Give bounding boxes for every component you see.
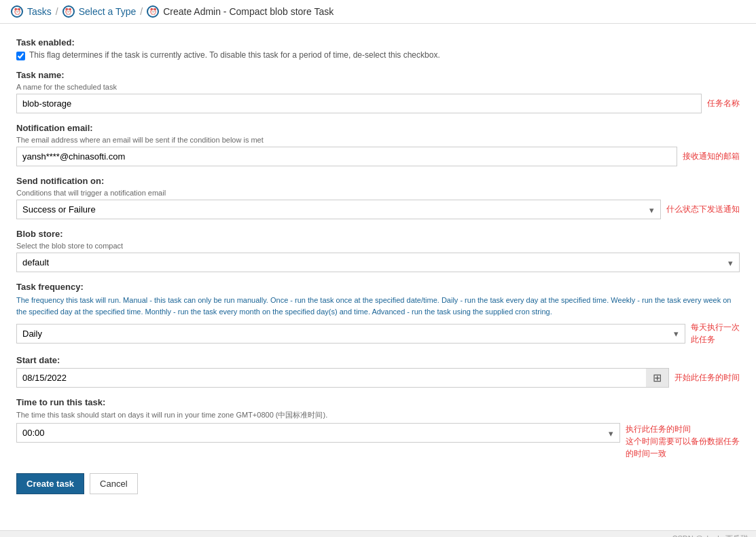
cancel-button[interactable]: Cancel xyxy=(90,473,137,494)
send-notification-label: Send notification on: xyxy=(16,176,740,186)
time-to-run-section: Time to run this task: The time this tas… xyxy=(16,397,740,460)
task-frequency-annotation: 每天执行一次 此任务 xyxy=(691,321,740,346)
time-to-run-select[interactable]: 00:00 01:00 02:00 03:00 04:00 05:00 xyxy=(16,423,620,443)
task-name-input[interactable] xyxy=(16,94,702,113)
notification-email-annotation: 接收通知的邮箱 xyxy=(683,151,740,162)
send-notification-annotation: 什么状态下发送通知 xyxy=(666,204,740,215)
separator-2: / xyxy=(140,6,143,17)
send-notification-section: Send notification on: Conditions that wi… xyxy=(16,176,740,219)
time-to-run-label: Time to run this task: xyxy=(16,397,740,407)
task-name-hint: A name for the scheduled task xyxy=(16,83,740,91)
calendar-icon[interactable]: ⊞ xyxy=(646,368,669,388)
footer-brand: CSDN @shark_西瓜甜 xyxy=(0,530,756,537)
task-name-label: Task name: xyxy=(16,70,740,80)
task-frequency-section: Task frequency: The frequency this task … xyxy=(16,282,740,346)
blob-store-select[interactable]: default xyxy=(16,253,740,272)
task-frequency-desc: The frequency this task will run. Manual… xyxy=(16,295,740,317)
task-frequency-label: Task frequency: xyxy=(16,282,740,292)
task-frequency-select[interactable]: Manual Once Daily Weekly Monthly Advance… xyxy=(16,324,685,344)
task-enabled-label: Task enabled: xyxy=(16,37,740,48)
breadcrumb: ⏰ Tasks / ⏰ Select a Type / ⏰ Create Adm… xyxy=(0,0,756,24)
notification-email-input[interactable] xyxy=(16,147,677,166)
task-enabled-row: This flag determines if the task is curr… xyxy=(16,50,740,60)
send-notification-hint: Conditions that will trigger a notificat… xyxy=(16,189,740,197)
clock-icon: ⏰ xyxy=(11,5,23,18)
task-name-annotation: 任务名称 xyxy=(707,98,740,109)
task-enabled-checkbox[interactable] xyxy=(16,52,25,60)
time-to-run-annotation: 执行此任务的时间 这个时间需要可以备份数据任务 的时间一致 xyxy=(626,423,740,460)
notification-email-section: Notification email: The email address wh… xyxy=(16,123,740,166)
clock-icon-3: ⏰ xyxy=(147,5,159,18)
start-date-input[interactable] xyxy=(16,368,669,388)
send-notification-select[interactable]: Success or Failure Failure Success xyxy=(16,200,661,219)
blob-store-hint: Select the blob store to compact xyxy=(16,242,740,250)
time-to-run-annotation-line2: 这个时间需要可以备份数据任务 xyxy=(626,435,740,447)
start-date-annotation: 开始此任务的时间 xyxy=(674,372,740,384)
time-to-run-annotation-line1: 执行此任务的时间 xyxy=(626,423,740,435)
task-enabled-hint: This flag determines if the task is curr… xyxy=(29,50,440,60)
main-form: Task enabled: This flag determines if th… xyxy=(0,24,756,530)
select-type-label: Select a Type xyxy=(79,6,137,17)
blob-store-section: Blob store: Select the blob store to com… xyxy=(16,229,740,272)
task-name-section: Task name: A name for the scheduled task… xyxy=(16,70,740,113)
button-row: Create task Cancel xyxy=(16,473,740,494)
time-to-run-hint: The time this task should start on days … xyxy=(16,410,740,420)
brand-text: CSDN @shark_西瓜甜 xyxy=(672,534,748,537)
blob-store-wrapper: default xyxy=(16,253,740,272)
create-task-button[interactable]: Create task xyxy=(16,473,84,494)
task-enabled-section: Task enabled: This flag determines if th… xyxy=(16,37,740,60)
create-task-header-label: Create Admin - Compact blob store Task xyxy=(163,6,334,17)
separator-1: / xyxy=(56,6,58,17)
start-date-label: Start date: xyxy=(16,355,740,365)
tasks-link[interactable]: Tasks xyxy=(27,6,52,17)
notification-email-hint: The email address where an email will be… xyxy=(16,136,740,144)
tasks-label: Tasks xyxy=(27,6,52,17)
start-date-section: Start date: ⊞ 开始此任务的时间 xyxy=(16,355,740,388)
blob-store-label: Blob store: xyxy=(16,229,740,239)
task-frequency-annotation-line2: 此任务 xyxy=(691,333,740,346)
time-to-run-annotation-line3: 的时间一致 xyxy=(626,447,740,460)
task-frequency-annotation-line1: 每天执行一次 xyxy=(691,321,740,333)
select-type-link[interactable]: Select a Type xyxy=(79,6,137,17)
notification-email-label: Notification email: xyxy=(16,123,740,133)
clock-icon-2: ⏰ xyxy=(62,5,75,18)
